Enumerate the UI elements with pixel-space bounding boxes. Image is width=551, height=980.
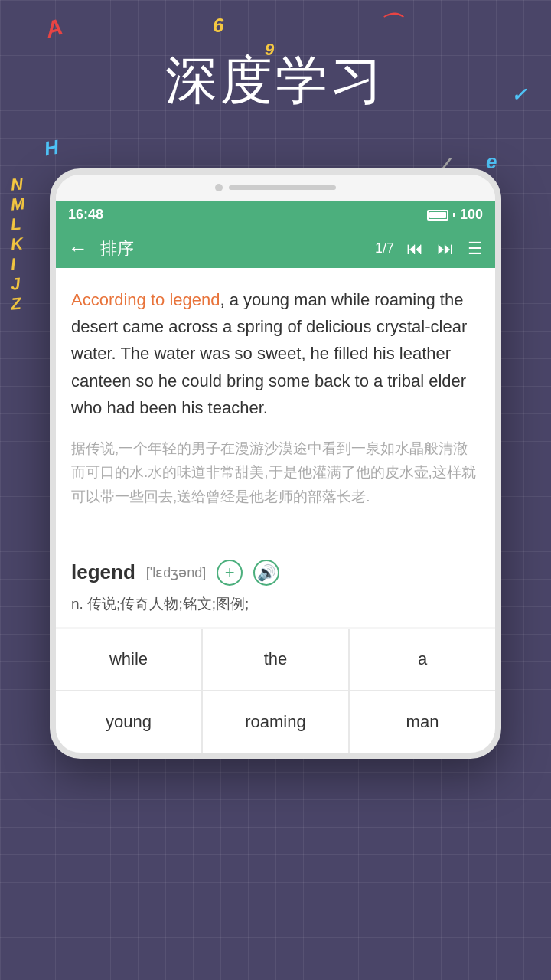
english-passage: According to legend, a young man while r…	[71, 286, 480, 421]
floating-letter-6: 6	[213, 14, 223, 38]
battery-body	[427, 210, 448, 220]
phone-top-line	[229, 185, 336, 190]
floating-letter-check: ✓	[511, 84, 527, 106]
highlight-phrase: According to legend	[71, 290, 220, 309]
add-word-button[interactable]: +	[217, 560, 243, 586]
floating-letter-k: K	[10, 234, 26, 254]
nav-bar: ← 排序 1/7 ⏮ ⏭ ☰	[56, 229, 495, 268]
content-area: According to legend, a young man while r…	[56, 268, 495, 544]
answer-cell-the[interactable]: the	[203, 629, 348, 690]
word-definition-area: legend ['lɛdʒənd] + 🔊 n. 传说;传奇人物;铭文;图例;	[56, 544, 495, 628]
floating-letter-9: 9	[265, 40, 274, 60]
answer-cell-young[interactable]: young	[56, 691, 201, 753]
status-bar: 16:48 100	[56, 201, 495, 229]
back-button[interactable]: ←	[68, 237, 88, 260]
nav-title: 排序	[100, 237, 363, 260]
phone-mockup: 16:48 100 ← 排序 1/7 ⏮ ⏭ ☰ According to le…	[50, 168, 501, 759]
answer-cell-while[interactable]: while	[56, 629, 201, 690]
floating-letter-j: J	[10, 273, 26, 294]
floating-letter-l: L	[10, 214, 26, 234]
nav-icons: ⏮ ⏭ ☰	[406, 239, 483, 259]
word-main: legend	[71, 560, 135, 584]
answer-grid: while the a young roaming man	[56, 629, 495, 753]
battery-level: 100	[460, 207, 483, 223]
floating-letter-m: M	[10, 194, 26, 214]
phone-top-bar	[56, 175, 495, 201]
menu-button[interactable]: ☰	[468, 239, 483, 259]
prev-button[interactable]: ⏮	[406, 239, 423, 259]
nav-count: 1/7	[375, 240, 394, 256]
floating-letter-z: Z	[10, 293, 26, 314]
answer-cell-a[interactable]: a	[350, 629, 495, 690]
battery-fill	[429, 212, 446, 218]
answer-cell-roaming[interactable]: roaming	[203, 691, 348, 753]
floating-letter-n: N	[10, 174, 26, 194]
main-title: 深度学习	[0, 46, 551, 116]
phone-speaker-dot	[215, 184, 223, 191]
sound-button[interactable]: 🔊	[253, 560, 279, 586]
word-definition: n. 传说;传奇人物;铭文;图例;	[71, 593, 480, 616]
floating-letter-e: e	[486, 150, 497, 174]
word-header: legend ['lɛdʒənd] + 🔊	[71, 560, 480, 586]
title-area: 深度学习	[0, 0, 551, 139]
chinese-translation: 据传说,一个年轻的男子在漫游沙漠途中看到一泉如水晶般清澈而可口的水.水的味道非常…	[71, 436, 480, 508]
floating-letter-omega: ⌒	[378, 9, 401, 41]
battery-tip	[453, 213, 455, 217]
status-time: 16:48	[68, 207, 103, 223]
floating-letter-i: I	[10, 253, 26, 274]
word-phonetic: ['lɛdʒənd]	[146, 564, 206, 581]
answer-cell-man[interactable]: man	[350, 691, 495, 753]
floating-letter-h: H	[42, 136, 60, 162]
battery-indicator: 100	[427, 207, 483, 223]
next-button[interactable]: ⏭	[437, 239, 454, 259]
